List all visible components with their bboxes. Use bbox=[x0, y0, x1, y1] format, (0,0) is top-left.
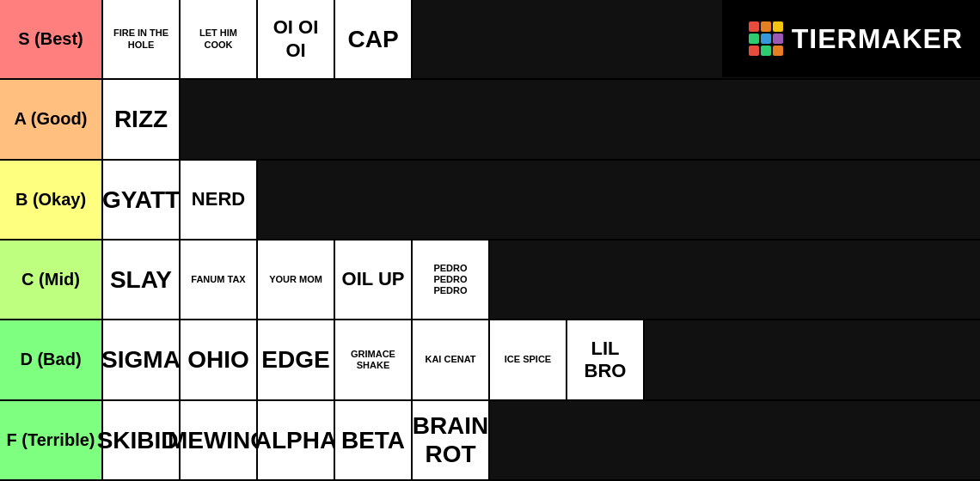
tier-items-b: GYATTNERD bbox=[103, 161, 980, 239]
tier-label-c: C (Mid) bbox=[0, 240, 103, 319]
tier-item-b-1: NERD bbox=[181, 161, 258, 239]
tier-items-f: SKIBIDIMEWINGALPHABETABRAIN ROT bbox=[103, 401, 980, 479]
tier-item-d-1: OHIO bbox=[181, 320, 258, 399]
tier-items-d: SIGMAOHIOEDGEGRIMACE SHAKEKAI CENATICE S… bbox=[103, 320, 980, 399]
tier-row-c: C (Mid)SLAYFANUM TAXYOUR MOMOIL UPPEDRO … bbox=[0, 240, 980, 320]
logo-grid bbox=[749, 21, 783, 56]
tier-item-s-0: FIRE IN THE HOLE bbox=[103, 0, 181, 78]
tier-item-s-3: CAP bbox=[335, 0, 413, 78]
tier-item-d-4: KAI CENAT bbox=[413, 320, 490, 399]
tier-row-a: A (Good)RIZZ bbox=[0, 80, 980, 160]
tier-item-c-3: OIL UP bbox=[335, 240, 413, 319]
tiermaker-logo: TiERMAKER bbox=[749, 21, 963, 56]
tier-item-s-1: LET HIM COOK bbox=[181, 0, 258, 78]
tier-row-f: F (Terrible)SKIBIDIMEWINGALPHABETABRAIN … bbox=[0, 401, 980, 481]
tier-item-f-3: BETA bbox=[335, 401, 413, 479]
tier-item-c-0: SLAY bbox=[103, 240, 181, 319]
logo-text: TiERMAKER bbox=[792, 23, 963, 55]
tier-row-d: D (Bad)SIGMAOHIOEDGEGRIMACE SHAKEKAI CEN… bbox=[0, 320, 980, 400]
tier-item-f-4: BRAIN ROT bbox=[413, 401, 490, 479]
tier-label-f: F (Terrible) bbox=[0, 401, 103, 479]
tier-item-f-2: ALPHA bbox=[258, 401, 335, 479]
tier-items-c: SLAYFANUM TAXYOUR MOMOIL UPPEDRO PEDRO P… bbox=[103, 240, 980, 319]
tier-item-s-2: OI OI OI bbox=[258, 0, 335, 78]
header-area: TiERMAKER bbox=[722, 0, 980, 77]
tier-label-a: A (Good) bbox=[0, 80, 103, 158]
tier-item-b-0: GYATT bbox=[103, 161, 181, 239]
tier-item-d-6: LIL BRO bbox=[567, 320, 645, 399]
tier-label-s: S (Best) bbox=[0, 0, 103, 78]
tier-item-f-1: MEWING bbox=[181, 401, 258, 479]
tier-items-a: RIZZ bbox=[103, 80, 980, 158]
tier-item-d-5: ICE SPICE bbox=[490, 320, 567, 399]
tier-item-d-2: EDGE bbox=[258, 320, 335, 399]
tier-item-c-4: PEDRO PEDRO PEDRO bbox=[413, 240, 490, 319]
tier-item-d-0: SIGMA bbox=[103, 320, 181, 399]
tier-label-b: B (Okay) bbox=[0, 161, 103, 239]
tier-item-c-1: FANUM TAX bbox=[181, 240, 258, 319]
tier-row-b: B (Okay)GYATTNERD bbox=[0, 161, 980, 240]
tier-label-d: D (Bad) bbox=[0, 320, 103, 399]
tier-item-c-2: YOUR MOM bbox=[258, 240, 335, 319]
tier-item-d-3: GRIMACE SHAKE bbox=[335, 320, 413, 399]
tier-item-a-0: RIZZ bbox=[103, 80, 181, 158]
